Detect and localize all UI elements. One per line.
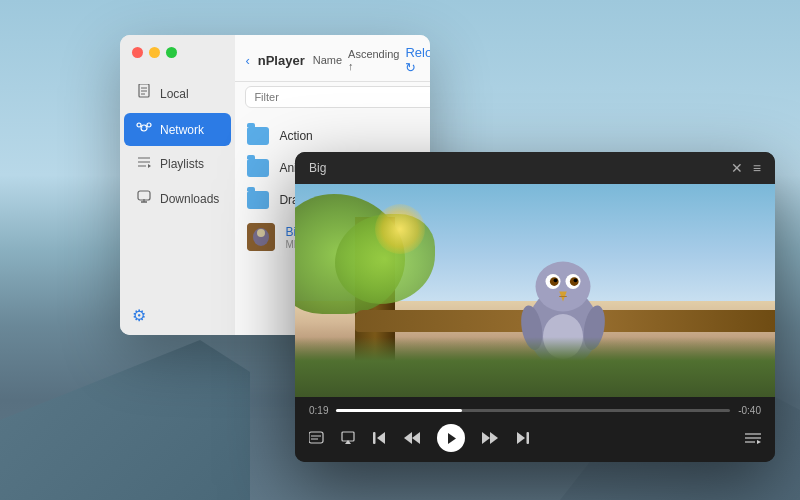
settings-icon[interactable]: ⚙ [132, 307, 146, 324]
sidebar-item-local-label: Local [160, 87, 189, 101]
playlists-icon [136, 156, 152, 172]
svg-point-26 [574, 278, 578, 282]
svg-marker-47 [448, 433, 456, 444]
player-window: Big ✕ ≡ [295, 152, 775, 462]
folder-icon [247, 191, 269, 209]
svg-marker-50 [517, 432, 525, 444]
toolbar-right: Name Ascending ↑ Reload ↻ [313, 45, 430, 75]
progress-bar[interactable] [336, 409, 730, 412]
back-button[interactable]: ‹ [245, 53, 249, 68]
player-titlebar: Big ✕ ≡ [295, 152, 775, 184]
svg-rect-13 [138, 191, 150, 200]
progress-row: 0:19 -0:40 [309, 405, 761, 416]
breadcrumb-title: nPlayer [258, 53, 305, 68]
rewind-button[interactable] [403, 430, 421, 446]
file-toolbar: ‹ nPlayer Name Ascending ↑ Reload ↻ [235, 35, 430, 82]
player-menu-button[interactable]: ≡ [753, 160, 761, 176]
time-remaining: -0:40 [738, 405, 761, 416]
player-pin-button[interactable]: ✕ [731, 160, 743, 176]
previous-button[interactable] [371, 430, 387, 446]
svg-rect-51 [527, 432, 530, 444]
svg-point-4 [141, 125, 147, 131]
svg-point-6 [147, 123, 151, 127]
player-video-area[interactable] [295, 184, 775, 397]
reload-button[interactable]: Reload ↻ [405, 45, 430, 75]
subtitles-button[interactable] [309, 431, 325, 445]
sidebar-item-playlists[interactable]: Playlists [124, 148, 231, 180]
file-thumbnail [247, 223, 275, 251]
progress-bar-fill [336, 409, 462, 412]
time-current: 0:19 [309, 405, 328, 416]
sort-label[interactable]: Name [313, 54, 342, 66]
sidebar-item-downloads[interactable]: Downloads [124, 182, 231, 215]
player-titlebar-controls: ✕ ≡ [731, 160, 761, 176]
list-item[interactable]: Action [235, 120, 430, 152]
svg-point-20 [536, 262, 591, 312]
svg-rect-44 [373, 432, 376, 444]
svg-marker-43 [377, 432, 385, 444]
folder-icon [247, 127, 269, 145]
playlist-button[interactable] [745, 432, 761, 445]
minimize-dot[interactable] [149, 47, 160, 58]
player-title: Big [309, 161, 326, 175]
sidebar-item-playlists-label: Playlists [160, 157, 204, 171]
sidebar-item-downloads-label: Downloads [160, 192, 219, 206]
svg-rect-41 [342, 432, 354, 441]
close-dot[interactable] [132, 47, 143, 58]
svg-line-7 [141, 127, 143, 128]
svg-marker-46 [412, 432, 420, 444]
network-icon [136, 121, 152, 138]
airplay-button[interactable] [341, 431, 355, 445]
svg-point-25 [554, 278, 558, 282]
svg-point-18 [257, 229, 265, 237]
sidebar-item-network-label: Network [160, 123, 204, 137]
controls-row [309, 424, 761, 452]
sidebar-item-local[interactable]: Local [124, 76, 231, 111]
svg-marker-12 [148, 164, 151, 168]
downloads-icon [136, 190, 152, 207]
play-button[interactable] [437, 424, 465, 452]
search-bar [235, 82, 430, 116]
ground-foliage [295, 337, 775, 397]
maximize-dot[interactable] [166, 47, 177, 58]
svg-point-5 [137, 123, 141, 127]
sort-order-label[interactable]: Ascending ↑ [348, 48, 399, 72]
next-button[interactable] [515, 430, 531, 446]
svg-marker-45 [404, 432, 412, 444]
player-controls-bar: 0:19 -0:40 [295, 397, 775, 462]
folder-icon [247, 159, 269, 177]
file-name: Action [279, 129, 312, 143]
window-controls [132, 47, 177, 58]
svg-marker-55 [757, 440, 761, 444]
search-input[interactable] [245, 86, 430, 108]
fastforward-button[interactable] [481, 430, 499, 446]
sidebar: Local Network Playlists Downloads ⚙ [120, 35, 235, 335]
svg-line-8 [146, 127, 148, 128]
local-icon [136, 84, 152, 103]
sidebar-footer: ⚙ [120, 296, 235, 335]
light-orb [375, 204, 425, 254]
svg-marker-49 [490, 432, 498, 444]
svg-rect-38 [309, 432, 323, 443]
svg-marker-48 [482, 432, 490, 444]
sidebar-item-network[interactable]: Network [124, 113, 231, 146]
